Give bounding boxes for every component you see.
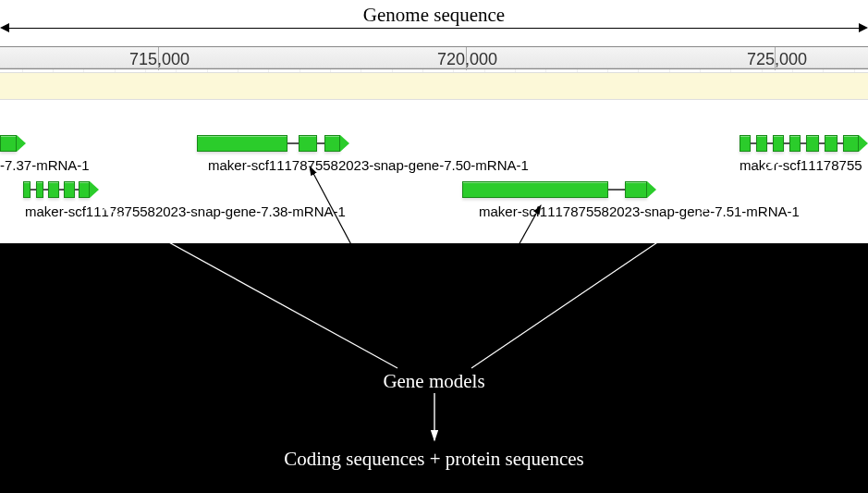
- genomic-ruler[interactable]: 715,000 720,000 725,000: [0, 46, 868, 69]
- double-arrow-icon: [7, 28, 861, 29]
- gene-label: -7.37-mRNA-1: [0, 157, 90, 173]
- gene-label: maker-scf1117875582023-snap-gene-7.38-mR…: [25, 203, 346, 219]
- label-coding-sequences: Coding sequences + protein sequences: [0, 448, 868, 471]
- gene-glyph-7-50[interactable]: [197, 135, 349, 152]
- gene-glyph-7-51[interactable]: [462, 181, 656, 198]
- gene-label: maker-scf1117875582023-snap-gene-7.50-mR…: [208, 157, 529, 173]
- gene-track-area[interactable]: -7.37-mRNA-1 maker-scf1117875582023-snap…: [0, 100, 868, 243]
- reference-sequence-band[interactable]: [0, 72, 868, 100]
- gene-label: maker-scf1117875582023-snap-gene-7.51-mR…: [479, 203, 800, 219]
- ruler-tick-label: 715,000: [129, 50, 189, 69]
- ruler-tick-label: 725,000: [747, 50, 807, 69]
- genome-browser-panel: Genome sequence 715,000 720,000 725,000 …: [0, 0, 868, 243]
- gene-label-part: maker-scf11: [25, 203, 102, 219]
- gene-glyph-right-partial[interactable]: [740, 135, 868, 152]
- gene-glyph-7-37[interactable]: [0, 135, 28, 152]
- ruler-tick-label: 720,000: [437, 50, 497, 69]
- gene-label: maker-scf11178755: [740, 157, 862, 173]
- title-genome-sequence: Genome sequence: [0, 4, 868, 27]
- label-gene-models: Gene models: [0, 370, 868, 393]
- gene-glyph-7-38[interactable]: [23, 181, 99, 198]
